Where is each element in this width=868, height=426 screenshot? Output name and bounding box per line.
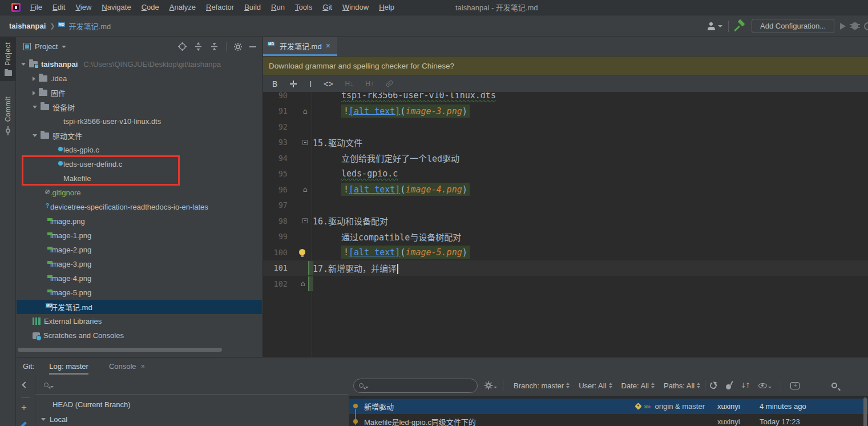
folder-icon: [39, 90, 47, 96]
menu-run[interactable]: Run: [266, 0, 290, 15]
editor-line: 96 ⌂ ![alt text](image-4.png): [263, 182, 868, 198]
strikethrough-button[interactable]: [289, 80, 297, 88]
tree-item-image-3[interactable]: image-3.png: [17, 257, 262, 271]
project-panel-header: Project: [17, 37, 262, 56]
text-caret: [397, 264, 398, 274]
vertical-scrollbar[interactable]: [863, 397, 867, 426]
menu-analyze[interactable]: Analyze: [164, 0, 201, 15]
filter-user[interactable]: User: All: [574, 381, 616, 390]
filter-branch[interactable]: Branch: master: [509, 381, 574, 390]
code-editor[interactable]: 90 tspi-rk3566-user-v10-linux.dts 91 ⌂ !…: [263, 93, 868, 357]
refresh-icon[interactable]: [709, 381, 717, 389]
run-button-icon[interactable]: [840, 23, 846, 30]
back-icon[interactable]: [22, 381, 28, 388]
header-down-button[interactable]: H↓: [345, 80, 354, 88]
tree-item-scratches[interactable]: Scratches and Consoles: [17, 328, 262, 343]
tree-item-image-5[interactable]: image-5.png: [17, 286, 262, 300]
go-to-hash-icon[interactable]: [831, 383, 837, 388]
menu-git[interactable]: Git: [317, 0, 337, 15]
tree-item-image-4[interactable]: image-4.png: [17, 271, 262, 286]
added-lines-marker: [308, 261, 313, 276]
tree-item-image-1[interactable]: image-1.png: [17, 228, 262, 243]
tree-item-devicetree[interactable]: 设备树: [17, 100, 262, 114]
tab-git-log[interactable]: Log: master: [49, 362, 88, 375]
debug-button-icon[interactable]: [851, 22, 858, 30]
hide-panel-icon[interactable]: [249, 46, 256, 47]
cherry-pick-icon[interactable]: [726, 384, 731, 389]
close-tab-icon[interactable]: ×: [141, 362, 146, 371]
code-span-button[interactable]: <>: [324, 79, 333, 89]
add-configuration-button[interactable]: Add Configuration...: [752, 19, 834, 33]
tree-item-image-png[interactable]: image.png: [17, 214, 262, 228]
editor-line-current: 101 17.新增驱动，并编译: [263, 260, 868, 276]
new-log-tab-icon[interactable]: +: [790, 382, 800, 389]
tree-item-notes-md[interactable]: 开发笔记.md: [17, 300, 262, 314]
menu-edit[interactable]: Edit: [47, 0, 70, 15]
tool-tab-project[interactable]: Project: [0, 37, 16, 81]
menu-window[interactable]: Window: [337, 0, 374, 15]
collapse-all-icon[interactable]: [210, 42, 219, 51]
tree-item-image-2[interactable]: image-2.png: [17, 243, 262, 257]
locate-file-icon[interactable]: [178, 42, 187, 51]
tree-item-idea[interactable]: .idea: [17, 71, 262, 86]
editor-tab-notes-md[interactable]: 开发笔记.md ×: [263, 37, 337, 56]
add-icon[interactable]: +: [21, 402, 27, 413]
fold-marker-icon[interactable]: [302, 218, 308, 223]
folder-icon: [39, 75, 47, 82]
settings-gear-icon[interactable]: [234, 43, 242, 51]
commit-search-field[interactable]: [353, 379, 478, 393]
tree-item-driver-folder[interactable]: 驱动文件: [17, 128, 262, 143]
tab-git-console[interactable]: Console ×: [109, 362, 145, 375]
link-button[interactable]: [386, 82, 393, 86]
annotation-highlight-box: [22, 155, 180, 186]
menu-refactor[interactable]: Refactor: [201, 0, 239, 15]
italic-button[interactable]: I: [309, 79, 312, 89]
project-view-selector[interactable]: Project: [23, 42, 66, 51]
title-bar: File Edit View Navigate Code Analyze Ref…: [0, 0, 868, 15]
header-up-button[interactable]: H↑: [365, 80, 374, 88]
breadcrumb-project[interactable]: taishanpai: [9, 22, 46, 30]
sort-icon[interactable]: ↓↑: [740, 381, 749, 389]
view-options-button[interactable]: [758, 383, 772, 388]
breadcrumb: taishanpai ❯ 开发笔记.md: [0, 21, 111, 31]
tree-item-devicetree-spec[interactable]: devicetree-specification-readthedocs-io-…: [17, 200, 262, 214]
menu-tools[interactable]: Tools: [290, 0, 317, 15]
branch-group-local[interactable]: Local: [35, 412, 349, 426]
log-settings-button[interactable]: [485, 381, 497, 389]
tree-item-external-libraries[interactable]: External Libraries: [17, 314, 262, 328]
tree-item-firmware[interactable]: 固件: [17, 86, 262, 100]
editor-tab-bar: 开发笔记.md ×: [263, 37, 868, 57]
edit-pencil-icon[interactable]: [20, 421, 26, 426]
intention-bulb-icon[interactable]: [299, 249, 305, 255]
tree-item-gitignore[interactable]: .gitignore: [17, 186, 262, 200]
menu-view[interactable]: View: [70, 0, 96, 15]
breadcrumb-file[interactable]: 开发笔记.md: [59, 21, 111, 31]
menu-help[interactable]: Help: [374, 0, 399, 15]
horizontal-scrollbar[interactable]: [18, 348, 222, 352]
menu-build[interactable]: Build: [239, 0, 266, 15]
vcs-user-button[interactable]: [707, 22, 722, 30]
expand-all-icon[interactable]: [194, 42, 203, 51]
navigation-bar: taishanpai ❯ 开发笔记.md Add Configuration..…: [0, 15, 868, 37]
tool-tab-commit[interactable]: Commit: [0, 91, 16, 140]
fold-marker-icon[interactable]: [302, 140, 308, 145]
filter-date[interactable]: Date: All: [617, 381, 659, 390]
tree-item-dts-file[interactable]: tspi-rk3566-user-v10-linux.dts: [17, 114, 262, 128]
commit-row[interactable]: Makefile是led-gpio.c同级文件下的 xuxinyi Today …: [349, 414, 868, 426]
profiler-icon[interactable]: [864, 22, 868, 30]
menu-file[interactable]: File: [25, 0, 47, 15]
notification-banner[interactable]: Download grammar and spelling checker fo…: [263, 57, 868, 75]
bold-button[interactable]: B: [272, 79, 277, 89]
chevron-down-icon: [41, 418, 46, 421]
branch-item-head[interactable]: HEAD (Current Branch): [35, 397, 349, 412]
menu-navigate[interactable]: Navigate: [96, 0, 136, 15]
git-commits-panel: Branch: master User: All Date: All: [349, 375, 868, 426]
commit-row[interactable]: 新增驱动 » » origin & master xuxinyi 4 minut…: [349, 399, 868, 414]
tree-item-root[interactable]: taishanpai C:\Users\QINGJUE\Desktop\git\…: [17, 57, 262, 71]
branch-search[interactable]: [35, 375, 349, 395]
chevron-down-icon: [718, 25, 722, 27]
close-tab-icon[interactable]: ×: [326, 41, 330, 50]
build-hammer-icon[interactable]: [734, 21, 746, 32]
menu-code[interactable]: Code: [136, 0, 164, 15]
filter-paths[interactable]: Paths: All: [659, 381, 705, 390]
